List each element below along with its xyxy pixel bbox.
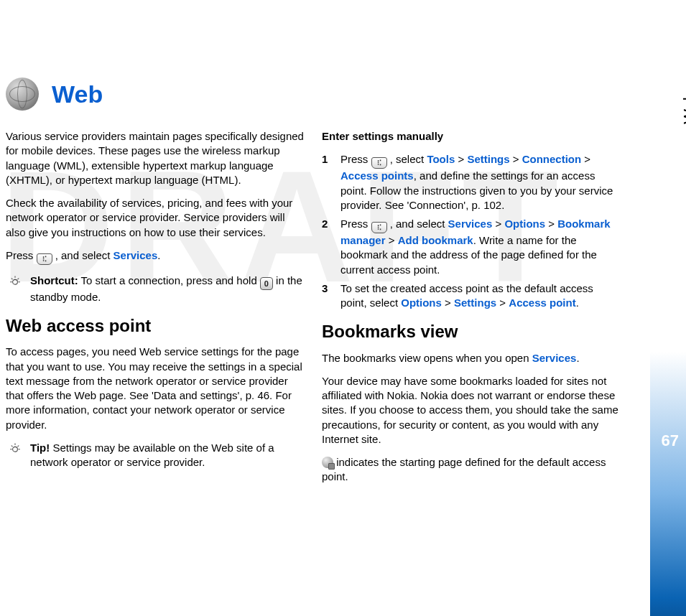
- bulb-icon: [9, 442, 22, 455]
- steps-list: 1 Press ⁝⁚ , select Tools > Settings > C…: [322, 152, 622, 310]
- text-fragment: Press: [6, 249, 37, 261]
- text-fragment: >: [442, 297, 454, 309]
- svg-line-4: [11, 278, 13, 279]
- text-fragment: >: [581, 153, 590, 165]
- text-fragment: .: [157, 249, 160, 261]
- svg-line-10: [11, 445, 13, 447]
- side-section-label: Web: [680, 92, 686, 124]
- step-number: 1: [322, 152, 340, 213]
- page-number: 67: [662, 431, 679, 450]
- svg-point-0: [13, 279, 18, 284]
- page-title: Web: [52, 80, 103, 108]
- access-points-link: Access points: [340, 169, 414, 182]
- text-fragment: Press: [340, 218, 371, 230]
- bookmarks-paragraph-1: The bookmarks view opens when you open S…: [322, 351, 622, 365]
- text-fragment: indicates the starting page defined for …: [322, 456, 606, 482]
- access-point-paragraph: To access pages, you need Web service se…: [6, 345, 306, 432]
- text-fragment: >: [510, 153, 522, 165]
- text-fragment: >: [496, 297, 509, 309]
- services-link: Services: [113, 249, 158, 261]
- enter-settings-heading: Enter settings manually: [322, 129, 622, 144]
- text-fragment: , and select: [55, 249, 113, 261]
- intro-paragraph-2: Check the availability of services, pric…: [6, 196, 306, 240]
- zero-key-icon: 0: [260, 277, 273, 290]
- services-link: Services: [448, 218, 493, 230]
- text-fragment: >: [386, 234, 398, 246]
- svg-line-5: [18, 278, 19, 279]
- text-fragment: Press: [340, 153, 371, 165]
- step-1: 1 Press ⁝⁚ , select Tools > Settings > C…: [322, 152, 622, 213]
- tip-label: Tip!: [30, 442, 50, 454]
- bulb-icon: [9, 275, 22, 288]
- right-rail: Web 67: [631, 13, 686, 493]
- intro-paragraph-1: Various service providers maintain pages…: [6, 129, 306, 187]
- settings-link: Settings: [454, 297, 496, 309]
- connection-link: Connection: [522, 153, 582, 165]
- svg-line-11: [18, 445, 19, 447]
- text-fragment: , and select: [390, 218, 448, 230]
- settings-link: Settings: [467, 153, 509, 165]
- step-number: 3: [322, 281, 340, 311]
- menu-key-icon: ⁝⁚: [371, 222, 387, 233]
- step-3: 3 To set the created access point as the…: [322, 281, 622, 311]
- menu-key-icon: ⁝⁚: [37, 253, 52, 265]
- bookmarks-view-heading: Bookmarks view: [322, 320, 622, 343]
- start-page-paragraph: indicates the starting page defined for …: [322, 455, 622, 485]
- web-access-point-heading: Web access point: [6, 314, 306, 337]
- page-content: Web Various service providers maintain p…: [0, 0, 686, 493]
- services-link: Services: [532, 352, 577, 364]
- shortcut-label: Shortcut:: [30, 274, 78, 286]
- column-right: Enter settings manually 1 Press ⁝⁚ , sel…: [322, 129, 622, 493]
- svg-point-6: [13, 447, 18, 452]
- tools-link: Tools: [427, 153, 455, 165]
- step-2: 2 Press ⁝⁚ , and select Services > Optio…: [322, 217, 622, 277]
- text-fragment: >: [492, 218, 504, 230]
- text-fragment: Settings may be available on the Web sit…: [30, 442, 274, 468]
- options-link: Options: [504, 218, 545, 230]
- text-fragment: , select: [390, 153, 427, 165]
- text-fragment: The bookmarks view opens when you open: [322, 352, 532, 364]
- shortcut-block: Shortcut: To start a connection, press a…: [6, 274, 306, 304]
- add-bookmark-link: Add bookmark: [398, 234, 473, 246]
- text-fragment: >: [455, 153, 467, 165]
- text-fragment: To start a connection, press and hold: [78, 274, 260, 286]
- column-left: Various service providers maintain pages…: [6, 129, 306, 493]
- bookmarks-paragraph-2: Your device may have some bookmarks load…: [322, 374, 622, 447]
- text-fragment: .: [576, 297, 579, 309]
- options-link: Options: [401, 297, 442, 309]
- tip-block: Tip! Settings may be available on the We…: [6, 441, 306, 470]
- title-row: Web: [6, 78, 631, 111]
- step-number: 2: [322, 217, 340, 277]
- start-page-icon: [322, 457, 333, 468]
- access-point-link: Access point: [509, 297, 575, 309]
- globe-icon: [6, 78, 39, 111]
- menu-key-icon: ⁝⁚: [371, 157, 387, 169]
- text-fragment: >: [545, 218, 557, 230]
- text-fragment: .: [576, 352, 579, 364]
- press-services-paragraph: Press ⁝⁚ , and select Services.: [6, 248, 306, 265]
